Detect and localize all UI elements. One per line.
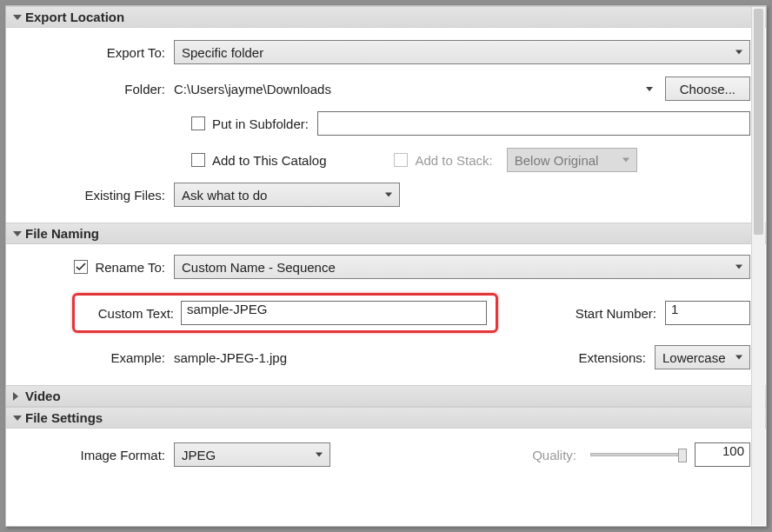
chevron-down-icon	[385, 193, 392, 197]
existing-files-select[interactable]: Ask what to do	[174, 183, 400, 207]
chevron-right-icon	[13, 392, 18, 401]
section-title: File Settings	[25, 410, 103, 425]
example-value: sample-JPEG-1.jpg	[174, 350, 287, 365]
check-icon	[76, 262, 86, 272]
slider-thumb[interactable]	[678, 449, 687, 462]
folder-path: C:\Users\jayme\Downloads	[174, 82, 639, 96]
chevron-down-icon	[13, 231, 22, 236]
section-title: Export Location	[25, 10, 124, 24]
extensions-select[interactable]: Lowercase	[655, 345, 750, 369]
scrollbar-thumb[interactable]	[754, 9, 763, 235]
rename-template-value: Custom Name - Sequence	[182, 260, 336, 275]
add-to-stack-label: Add to Stack:	[415, 153, 492, 168]
stack-position-select: Below Original	[507, 148, 637, 172]
quality-input[interactable]: 100	[695, 442, 750, 467]
subfolder-name-input[interactable]	[317, 111, 750, 136]
example-label: Example:	[22, 350, 174, 365]
chevron-down-icon	[735, 265, 742, 269]
chevron-down-icon	[13, 15, 22, 20]
rename-template-select[interactable]: Custom Name - Sequence	[174, 255, 750, 279]
image-format-label: Image Format:	[22, 448, 174, 462]
quality-slider[interactable]	[590, 453, 686, 456]
chevron-down-icon	[735, 50, 742, 55]
quality-label: Quality:	[532, 448, 582, 462]
export-to-value: Specific folder	[182, 45, 263, 60]
start-number-input[interactable]: 1	[665, 301, 750, 325]
folder-dropdown-icon[interactable]	[646, 87, 653, 91]
put-in-subfolder-checkbox[interactable]	[191, 116, 205, 130]
extensions-value: Lowercase	[662, 350, 726, 365]
vertical-scrollbar[interactable]	[751, 7, 765, 525]
add-to-catalog-checkbox[interactable]	[191, 153, 205, 167]
rename-to-checkbox[interactable]	[74, 260, 88, 274]
put-in-subfolder-label: Put in Subfolder:	[212, 116, 309, 131]
custom-text-highlight: Custom Text: sample-JPEG	[72, 293, 498, 333]
export-to-label: Export To:	[22, 45, 174, 60]
chevron-down-icon	[316, 453, 323, 457]
folder-label: Folder:	[22, 82, 174, 96]
section-header-file-naming[interactable]: File Naming	[6, 223, 766, 244]
section-header-export-location[interactable]: Export Location	[6, 6, 766, 28]
existing-files-label: Existing Files:	[22, 188, 174, 203]
section-title: Video	[25, 389, 61, 403]
image-format-select[interactable]: JPEG	[174, 442, 330, 467]
start-number-label: Start Number:	[576, 306, 665, 321]
chevron-down-icon	[13, 416, 22, 421]
add-to-catalog-label: Add to This Catalog	[212, 153, 326, 168]
image-format-value: JPEG	[182, 448, 216, 462]
choose-folder-button[interactable]: Choose...	[665, 76, 750, 101]
chevron-down-icon	[622, 158, 629, 163]
section-header-video[interactable]: Video	[6, 385, 766, 407]
chevron-down-icon	[735, 356, 742, 360]
add-to-stack-checkbox	[394, 153, 408, 167]
section-title: File Naming	[25, 226, 99, 241]
section-header-file-settings[interactable]: File Settings	[6, 407, 766, 429]
custom-text-input[interactable]: sample-JPEG	[181, 301, 487, 325]
export-to-select[interactable]: Specific folder	[174, 40, 750, 64]
extensions-label: Extensions:	[578, 350, 655, 365]
rename-to-label: Rename To:	[95, 260, 165, 275]
existing-files-value: Ask what to do	[182, 188, 267, 203]
stack-position-value: Below Original	[515, 153, 599, 168]
custom-text-label: Custom Text:	[83, 306, 181, 321]
